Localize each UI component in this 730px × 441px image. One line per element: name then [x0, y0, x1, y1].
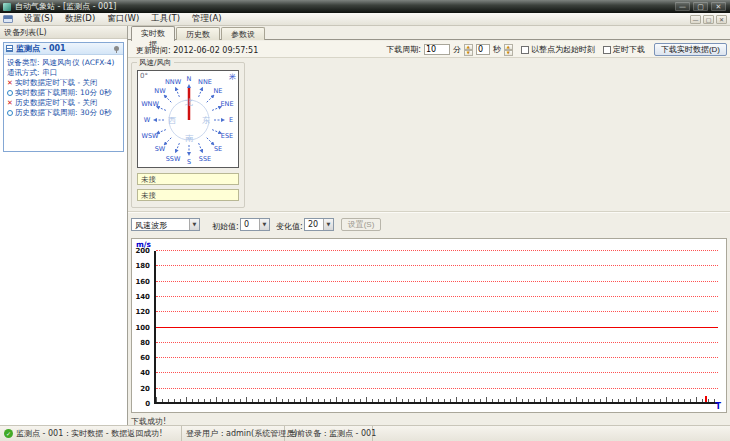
- main-area: 实时数据 历史数据 参数设置 更新时间: 2012-06-02 09:57:51…: [128, 26, 730, 425]
- minimize-button[interactable]: —: [675, 2, 690, 11]
- compass-direction-label: E: [229, 116, 233, 124]
- gridline: [156, 372, 718, 373]
- realtime-content: 风速/风向: [128, 58, 730, 425]
- wind-speed-chart: m/s 020406080100120140160180200 T: [131, 238, 727, 413]
- menu-window[interactable]: 窗口(W): [101, 13, 145, 25]
- align-to-hour-checkbox[interactable]: [521, 46, 529, 54]
- chart-cursor-label: T: [716, 402, 721, 411]
- device-type-line: 设备类型: 风速风向仪 (ACFX-4): [7, 58, 121, 68]
- device-panel[interactable]: 监测点 - 001 设备类型: 风速风向仪 (ACFX-4) 通讯方式: 串口 …: [3, 42, 124, 152]
- initial-value-select[interactable]: 0 ▼: [240, 218, 270, 231]
- x-mark-icon: ✕: [7, 98, 15, 108]
- pin-icon[interactable]: [114, 46, 119, 51]
- device-list-sidebar: 设备列表(L) 监测点 - 001 设备类型: 风速风向仪 (ACFX-4) 通…: [0, 26, 128, 425]
- compass-rose: [138, 71, 240, 169]
- divider: [128, 211, 730, 213]
- chevron-down-icon[interactable]: ▼: [323, 219, 333, 230]
- device-setting-row: 历史数据下载周期: 30分 0秒: [7, 108, 121, 118]
- waveform-type-value: 风速波形: [135, 221, 167, 230]
- device-icon: [6, 45, 13, 52]
- menu-manage[interactable]: 管理(A): [186, 13, 227, 25]
- device-title: 监测点 - 001: [16, 43, 114, 54]
- realtime-toolbar: 更新时间: 2012-06-02 09:57:51 下载周期: 分 ▲ ▼ 秒 …: [128, 41, 730, 58]
- device-panel-header[interactable]: 监测点 - 001: [4, 43, 123, 55]
- change-value: 20: [308, 220, 318, 229]
- device-setting-row: ✕ 实时数据定时下载 - 关闭: [7, 78, 121, 88]
- change-value-select[interactable]: 20 ▼: [304, 218, 334, 231]
- menu-bar: 设置(S) 数据(D) 窗口(W) 工具(T) 管理(A) — ▢ ✕: [0, 13, 730, 26]
- status-current-device: 当前设备：监测点 - 001: [285, 426, 373, 441]
- compass-direction-label: NE: [214, 87, 223, 95]
- maximize-button[interactable]: ▢: [693, 2, 708, 11]
- compass-direction-label: SW: [155, 145, 166, 153]
- menu-tools[interactable]: 工具(T): [145, 13, 186, 25]
- wind-compass: 0° 米 北 南 东 西 N NNE NE ENE E ESE SE SSE S…: [137, 70, 239, 168]
- set-button[interactable]: 设置(S): [341, 218, 381, 231]
- wind-group-box: 风速/风向: [131, 62, 245, 208]
- mdi-minimize-button[interactable]: —: [690, 15, 701, 24]
- align-to-hour-label: 以整点为起始时刻: [531, 44, 595, 55]
- success-check-icon: ✓: [4, 429, 13, 438]
- timed-download-checkbox[interactable]: [603, 46, 611, 54]
- download-realtime-data-button[interactable]: 下载实时数据(D): [654, 43, 727, 56]
- chart-x-axis-ticks: [156, 397, 718, 402]
- spin-down-icon[interactable]: ▼: [504, 50, 513, 56]
- title-bar: 自动气象站 - [监测点 - 001] — ▢ ✕: [0, 0, 730, 13]
- cardinal-north: 北: [185, 97, 193, 108]
- compass-direction-label: N: [187, 75, 192, 83]
- compass-direction-label: SE: [214, 145, 222, 153]
- compass-direction-label: NW: [154, 87, 165, 95]
- compass-direction-label: WSW: [142, 132, 159, 140]
- seconds-stepper[interactable]: ▲ ▼: [504, 44, 513, 55]
- waveform-type-select[interactable]: 风速波形 ▼: [131, 218, 200, 231]
- chart-plot: [154, 251, 718, 404]
- compass-direction-label: SSE: [199, 155, 211, 163]
- device-list-header: 设备列表(L): [0, 26, 127, 39]
- minutes-unit-label: 分: [453, 44, 461, 55]
- window-title: 自动气象站 - [监测点 - 001]: [15, 1, 675, 12]
- gridline: [156, 250, 718, 251]
- cardinal-south: 南: [185, 133, 193, 144]
- minutes-input[interactable]: [424, 44, 450, 55]
- timed-download-label: 定时下载: [613, 44, 645, 55]
- setting-text: 历史数据定时下载 - 关闭: [15, 98, 97, 108]
- mdi-close-button[interactable]: ✕: [716, 15, 727, 24]
- setting-text: 实时数据定时下载 - 关闭: [15, 78, 97, 88]
- compass-direction-label: NNE: [198, 78, 212, 86]
- wind-direction-field: 未接: [137, 189, 239, 201]
- change-value-label: 变化值:: [276, 221, 303, 232]
- wind-unit-glyph: 米: [229, 72, 236, 82]
- seconds-input[interactable]: [476, 44, 490, 55]
- gridline: [156, 342, 718, 343]
- compass-direction-label: NNW: [165, 78, 181, 86]
- status-message-text: 监测点 - 001：实时数据 - 数据返回成功!: [16, 428, 162, 439]
- chevron-down-icon[interactable]: ▼: [259, 219, 269, 230]
- chevron-down-icon[interactable]: ▼: [189, 219, 199, 230]
- gridline: [156, 357, 718, 358]
- gridline: [156, 311, 718, 312]
- compass-direction-label: ENE: [220, 100, 233, 108]
- compass-direction-label: W: [144, 116, 150, 124]
- gridline: [156, 388, 718, 389]
- tab-realtime-data[interactable]: 实时数据: [131, 26, 175, 41]
- cardinal-west: 西: [168, 115, 176, 126]
- gridline: [156, 281, 718, 282]
- close-button[interactable]: ✕: [711, 2, 726, 11]
- mdi-system-icon[interactable]: [3, 15, 13, 23]
- menu-data[interactable]: 数据(D): [59, 13, 101, 25]
- reference-line: [156, 327, 718, 328]
- compass-direction-label: S: [187, 158, 191, 166]
- minutes-stepper[interactable]: ▲ ▼: [464, 44, 473, 55]
- spin-down-icon[interactable]: ▼: [464, 50, 473, 56]
- compass-direction-label: SSW: [166, 155, 181, 163]
- compass-direction-label: ESE: [221, 132, 233, 140]
- app-icon: [3, 3, 11, 11]
- tab-parameter-settings[interactable]: 参数设置: [221, 27, 265, 40]
- tab-history-data[interactable]: 历史数据: [176, 27, 220, 40]
- seconds-unit-label: 秒: [493, 44, 501, 55]
- mdi-restore-button[interactable]: ▢: [703, 15, 714, 24]
- menu-settings[interactable]: 设置(S): [18, 13, 59, 25]
- chart-ytick-labels: 020406080100120140160180200: [132, 251, 152, 404]
- clock-icon: [7, 110, 13, 116]
- wind-degree-value: 0°: [140, 72, 148, 80]
